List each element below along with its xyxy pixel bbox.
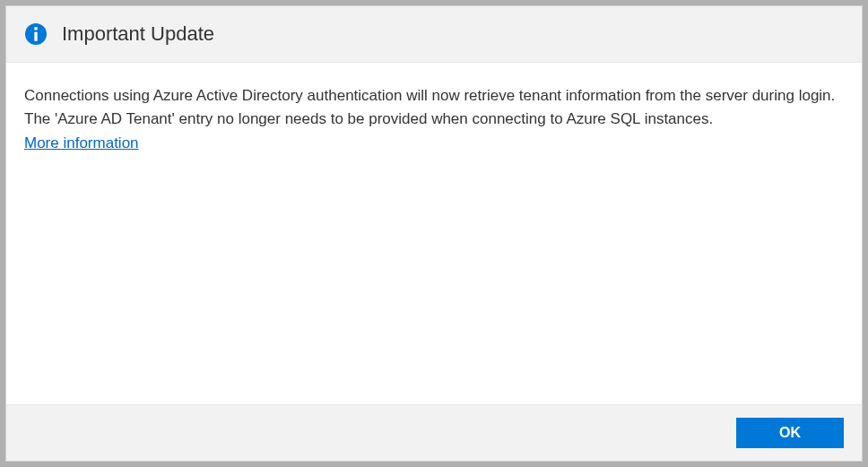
svg-rect-2 bbox=[34, 32, 37, 41]
dialog: Important Update Connections using Azure… bbox=[5, 5, 863, 462]
ok-button[interactable]: OK bbox=[736, 418, 844, 448]
more-information-link[interactable]: More information bbox=[24, 132, 139, 155]
dialog-message: Connections using Azure Active Directory… bbox=[24, 84, 844, 132]
dialog-header: Important Update bbox=[6, 6, 862, 63]
dialog-title: Important Update bbox=[62, 22, 214, 46]
svg-rect-1 bbox=[34, 27, 37, 30]
dialog-content: Connections using Azure Active Directory… bbox=[6, 63, 862, 404]
dialog-footer: OK bbox=[6, 404, 862, 461]
info-icon bbox=[24, 22, 48, 46]
